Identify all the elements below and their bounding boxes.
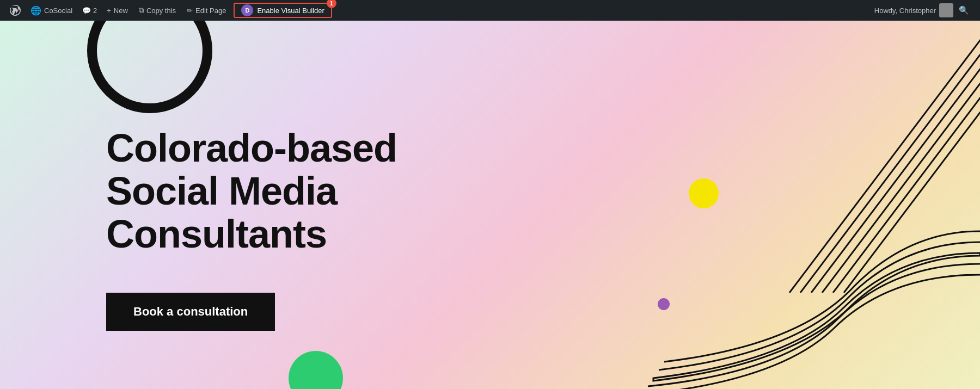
edit-icon: ✏ [187,7,193,15]
admin-bar-right: Howdy, Christopher 🔍 [874,3,975,17]
site-name[interactable]: 🌐 CoSocial [25,0,78,21]
enable-visual-builder-button[interactable]: D Enable Visual Builder [234,3,332,18]
divi-icon: D [241,4,253,16]
copy-this-button[interactable]: ⧉ Copy this [133,0,181,21]
hero-headline: Colorado-basedSocial MediaConsultants [106,127,397,256]
notification-badge: 1 [327,0,336,8]
plus-icon: + [107,7,111,15]
comments-link[interactable]: 💬 2 [78,0,101,21]
green-dot-decoration [289,351,343,389]
copy-icon: ⧉ [139,6,144,15]
search-icon[interactable]: 🔍 [959,5,969,15]
decorative-circle [87,21,212,113]
howdy-link[interactable]: Howdy, Christopher [874,3,953,17]
site-icon: 🌐 [30,5,41,16]
edit-page-button[interactable]: ✏ Edit Page [181,0,231,21]
yellow-dot-decoration [689,178,719,208]
page-hero: Colorado-basedSocial MediaConsultants Bo… [0,21,980,389]
wordpress-logo[interactable] [5,0,25,21]
new-button[interactable]: + New [101,0,133,21]
enable-visual-builder-wrap: D Enable Visual Builder 1 [231,3,332,18]
user-avatar [939,3,953,17]
admin-bar: 🌐 CoSocial 💬 2 + New ⧉ Copy this ✏ Edit … [0,0,980,21]
curved-path-decoration [572,226,980,389]
comment-icon: 💬 [82,7,91,15]
book-consultation-button[interactable]: Book a consultation [106,293,275,331]
